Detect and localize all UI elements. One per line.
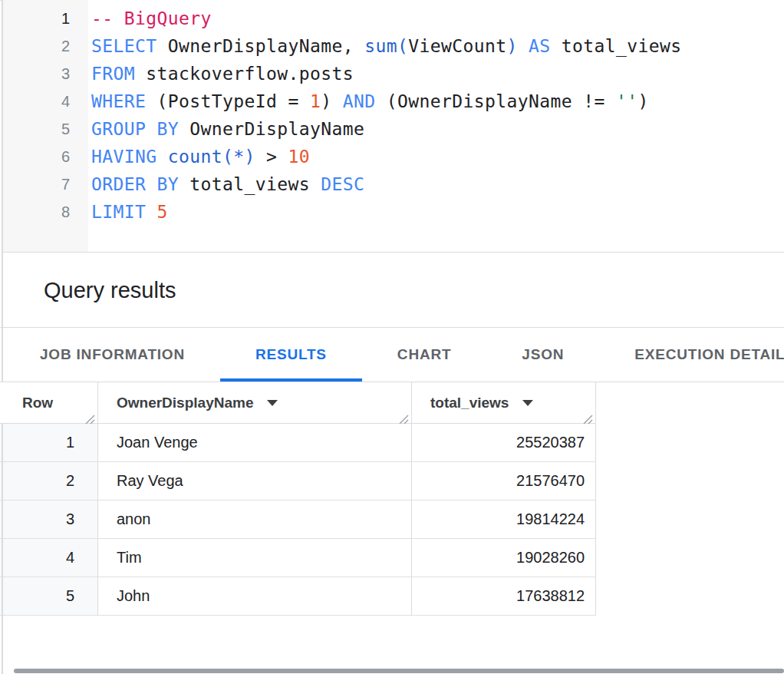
code-token-plain: OwnerDisplayName, [156,36,364,56]
column-menu-dropdown-icon[interactable] [267,400,278,406]
results-table-header-row: RowOwnerDisplayNametotal_views [0,382,595,424]
code-token-plain: (PostTypeId = [146,91,310,111]
code-line[interactable]: FROM stackoverflow.posts [91,60,784,88]
code-token-plain: stackoverflow.posts [135,64,354,84]
code-token-plain: > [255,147,288,167]
code-token-fn: ) [506,36,517,56]
column-header-label: total_views [430,395,509,411]
code-token-plain [518,36,529,56]
code-token-num: 1 [310,91,321,111]
code-line[interactable]: GROUP BY OwnerDisplayName [91,115,784,143]
editor-gutter: 12345678 [3,0,88,252]
table-row: 3anon19814224 [0,501,595,539]
total-views-cell: 25520387 [411,424,595,462]
code-token-kw: LIMIT [91,202,146,222]
editor-code[interactable]: -- BigQuerySELECT OwnerDisplayName, sum(… [88,0,784,252]
tab-json[interactable]: JSON [486,328,599,382]
results-table: RowOwnerDisplayNametotal_views 1Joan Ven… [0,382,596,616]
code-token-plain: ViewCount [408,36,506,56]
code-token-plain: total_views [179,174,321,194]
owner-display-name-cell: John [97,577,411,616]
code-token-kw: HAVING [91,147,156,167]
row-number-cell: 2 [0,462,97,501]
code-token-comment: -- BigQuery [91,8,212,28]
owner-display-name-cell: Joan Venge [97,424,411,462]
tab-job-information[interactable]: JOB INFORMATION [5,328,220,382]
owner-display-name-cell: Ray Vega [97,462,411,501]
tab-label: JOB INFORMATION [40,346,185,363]
code-token-fn: count(*) [168,147,255,167]
code-line[interactable]: ORDER BY total_views DESC [91,170,784,198]
tab-label: CHART [397,346,452,363]
column-header-row: Row [0,382,97,424]
column-menu-dropdown-icon[interactable] [522,400,533,406]
table-row: 5John17638812 [0,577,595,616]
code-token-num: 10 [288,147,310,167]
total-views-cell: 19028260 [411,539,595,577]
code-token-plain: ) [637,91,648,111]
bigquery-results-panel: 12345678 -- BigQuerySELECT OwnerDisplayN… [0,0,784,674]
code-token-plain: (OwnerDisplayName != [375,91,615,111]
code-token-plain: ) [321,91,343,111]
code-token-fn: sum( [364,36,408,56]
active-tab-underline [220,378,362,382]
code-token-plain: OwnerDisplayName [179,119,364,139]
code-token-kw: AND [343,91,376,111]
code-token-plain [146,202,156,222]
horizontal-scrollbar[interactable] [14,669,784,673]
code-line[interactable]: -- BigQuery [91,5,784,32]
line-number: 2 [3,32,88,60]
column-header-label: Row [22,395,53,411]
column-resize-handle[interactable] [398,411,409,422]
total-views-cell: 19814224 [411,501,595,539]
row-number-cell: 1 [0,424,97,462]
owner-display-name-cell: Tim [97,539,411,577]
code-token-kw: DESC [321,174,364,194]
total-views-cell: 21576470 [411,462,595,501]
total-views-cell: 17638812 [411,577,595,616]
code-token-kw: FROM [91,64,135,84]
code-line[interactable]: LIMIT 5 [91,198,784,226]
tab-label: JSON [522,346,564,363]
row-number-cell: 5 [0,577,97,616]
line-number: 4 [3,88,88,115]
code-line[interactable]: WHERE (PostTypeId = 1) AND (OwnerDisplay… [91,88,784,115]
code-token-plain [156,147,167,167]
query-results-title: Query results [44,278,784,303]
results-tabs: JOB INFORMATIONRESULTSCHARTJSONEXECUTION… [0,328,784,382]
tab-label: EXECUTION DETAILS [634,346,784,363]
line-number: 3 [3,60,88,88]
line-number: 5 [3,115,88,143]
column-resize-handle[interactable] [84,411,95,422]
line-number: 6 [3,143,88,170]
table-row: 4Tim19028260 [0,539,595,577]
owner-display-name-cell: anon [97,501,411,539]
row-number-cell: 3 [0,501,97,539]
code-token-kw: GROUP BY [91,119,179,139]
tab-results[interactable]: RESULTS [220,328,362,382]
code-token-num: 5 [157,202,168,222]
column-resize-handle[interactable] [582,411,593,422]
line-number: 1 [3,5,88,32]
code-token-kw: WHERE [91,91,146,111]
code-token-kw: ORDER BY [91,174,179,194]
code-token-kw: SELECT [91,36,156,56]
tab-chart[interactable]: CHART [362,328,487,382]
column-header-total_views: total_views [411,382,595,424]
query-results-header: Query results [0,253,784,328]
table-row: 1Joan Venge25520387 [0,424,595,462]
table-row: 2Ray Vega21576470 [0,462,595,501]
column-header-ownerdisplayname: OwnerDisplayName [97,382,411,424]
column-header-label: OwnerDisplayName [117,395,253,411]
code-line[interactable]: SELECT OwnerDisplayName, sum(ViewCount) … [91,32,784,60]
code-line[interactable]: HAVING count(*) > 10 [91,143,784,170]
row-number-cell: 4 [0,539,97,577]
tab-label: RESULTS [255,346,327,363]
line-number: 8 [3,198,88,226]
code-token-plain: total_views [550,36,681,56]
code-token-kw: AS [529,36,551,56]
results-table-body: 1Joan Venge255203872Ray Vega215764703ano… [0,424,595,616]
tab-execution-details[interactable]: EXECUTION DETAILS [599,328,784,382]
line-number: 7 [3,170,88,198]
sql-editor[interactable]: 12345678 -- BigQuerySELECT OwnerDisplayN… [3,0,784,253]
